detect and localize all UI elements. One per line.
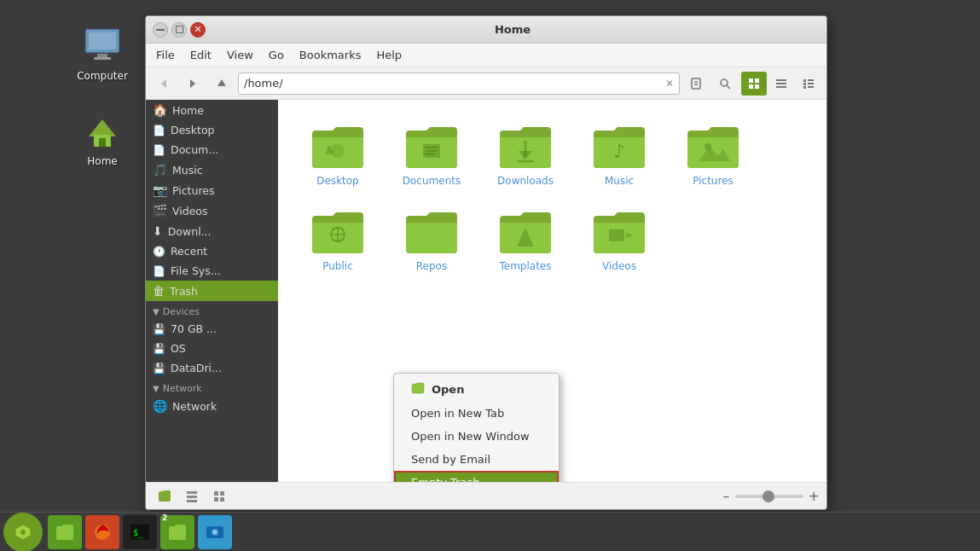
svg-rect-48 [187,496,197,498]
folder-documents[interactable]: Documents [389,117,474,194]
folder-videos[interactable]: Videos [577,202,662,279]
search-button[interactable] [712,72,738,96]
ctx-send-email[interactable]: Send by Email [394,448,559,471]
file-manager-window: ✕ Home File Edit View Go Bookmarks Help … [145,15,827,510]
folder-downloads-label: Downloads [497,175,554,187]
sidebar-item-70gb[interactable]: 💾 70 GB ... [146,319,278,339]
folder-desktop[interactable]: Desktop [295,117,380,194]
sidebar-item-videos[interactable]: 🎬 Videos [146,200,278,221]
zoom-plus[interactable]: + [809,488,820,504]
sidebar-item-home[interactable]: 🏠 Home [146,100,278,120]
sidebar: 🏠 Home 📄 Desktop 📄 Docum... 🎵 Music 📷 Pi… [146,100,278,482]
back-button[interactable] [151,72,177,96]
desktop-icon-home[interactable]: Home [68,111,136,167]
svg-rect-12 [692,78,700,89]
taskbar-filemanager-2[interactable]: 2 [160,515,194,549]
close-button[interactable]: ✕ [190,22,206,38]
menu-go[interactable]: Go [262,46,291,64]
sidebar-item-pictures[interactable]: 📷 Pictures [146,180,278,200]
ctx-open-window[interactable]: Open in New Window [394,425,559,448]
videos-sidebar-icon: 🎬 [153,204,167,218]
folder-desktop-label: Desktop [316,175,359,187]
menu-bookmarks[interactable]: Bookmarks [293,46,368,64]
sidebar-pictures-label: Pictures [172,184,215,197]
ctx-open-label: Open [432,383,464,396]
sidebar-documents-label: Docum... [171,143,218,156]
sidebar-item-documents[interactable]: 📄 Docum... [146,140,278,160]
sidebar-item-os[interactable]: 💾 OS [146,339,278,358]
sidebar-videos-label: Videos [172,205,208,218]
status-folders-button[interactable] [153,485,177,508]
network-section-label: Network [163,383,202,394]
sidebar-home-label: Home [172,104,204,117]
sidebar-item-downloads[interactable]: ⬇ Downl... [146,221,278,241]
svg-rect-53 [220,497,224,502]
compact-view-button[interactable] [768,72,794,96]
folder-music[interactable]: ♪ Music [577,117,662,194]
zoom-track[interactable] [735,495,803,498]
context-menu: Open Open in New Tab Open in New Window … [393,373,560,482]
location-text: /home/ [244,77,283,90]
ctx-empty-trash-label: Empty Trash [411,476,479,482]
sidebar-item-datadrive[interactable]: 💾 DataDri... [146,358,278,378]
up-button[interactable] [209,72,235,96]
sidebar-devices-section[interactable]: ▼ Devices [146,301,278,319]
folder-pictures[interactable]: Pictures [670,117,756,194]
folder-pictures-label: Pictures [693,175,734,187]
sidebar-item-trash[interactable]: 🗑 Trash [146,281,278,301]
window-title: Home [206,23,820,36]
sidebar-network-section[interactable]: ▼ Network [146,378,278,396]
taskbar-terminal[interactable]: $_ [123,515,157,549]
taskbar-screenshot[interactable] [198,515,232,549]
ctx-send-email-label: Send by Email [411,453,490,466]
status-extra-button[interactable] [207,485,231,508]
sidebar-item-music[interactable]: 🎵 Music [146,160,278,180]
status-list-button[interactable] [180,485,204,508]
minimize-button[interactable] [153,22,168,38]
zoom-minus[interactable]: – [723,488,730,504]
desktop-icon-computer[interactable]: Computer [68,26,136,82]
ctx-open[interactable]: Open [394,377,559,402]
taskbar-filemanager[interactable] [48,515,82,549]
menu-view[interactable]: View [220,46,260,64]
ctx-empty-trash[interactable]: Empty Trash [394,471,559,482]
folder-public[interactable]: Public [295,202,380,279]
menu-edit[interactable]: Edit [183,46,218,64]
zoom-thumb[interactable] [763,490,774,502]
sidebar-trash-label: Trash [170,285,198,298]
svg-rect-1 [89,32,116,49]
forward-button[interactable] [180,72,206,96]
sidebar-item-filesystem[interactable]: 📄 File Sys... [146,261,278,281]
sidebar-item-network[interactable]: 🌐 Network [146,396,278,416]
svg-rect-19 [749,84,753,89]
svg-rect-27 [808,83,814,84]
titlebar: ✕ Home [146,16,826,44]
clear-location-button[interactable]: ✕ [665,78,674,90]
svg-rect-28 [803,86,806,89]
menu-file[interactable]: File [149,46,182,64]
folder-music-label: Music [605,175,634,187]
list-view-button[interactable] [796,72,821,96]
desktop-sidebar-icon: 📄 [153,125,165,136]
bookmark-button[interactable] [683,72,709,96]
svg-rect-8 [176,26,183,33]
sidebar-item-desktop[interactable]: 📄 Desktop [146,120,278,140]
ctx-open-tab[interactable]: Open in New Tab [394,402,559,425]
start-button[interactable] [3,513,43,552]
grid-view-button[interactable] [741,72,767,96]
taskbar: $_ 2 [0,512,980,551]
filesystem-sidebar-icon: 📄 [153,265,165,277]
restore-button[interactable] [171,22,187,38]
sidebar-item-recent[interactable]: 🕐 Recent [146,241,278,261]
svg-rect-18 [755,78,759,83]
taskbar-firefox[interactable] [85,515,119,549]
location-bar[interactable]: /home/ ✕ [238,72,680,95]
svg-rect-2 [97,54,107,57]
menu-help[interactable]: Help [369,46,409,64]
folder-downloads[interactable]: Downloads [483,117,568,194]
folder-templates[interactable]: Templates [483,202,568,279]
svg-rect-20 [755,84,759,89]
svg-rect-6 [99,138,106,147]
folder-repos[interactable]: Repos [389,202,474,279]
menubar: File Edit View Go Bookmarks Help [146,44,826,67]
